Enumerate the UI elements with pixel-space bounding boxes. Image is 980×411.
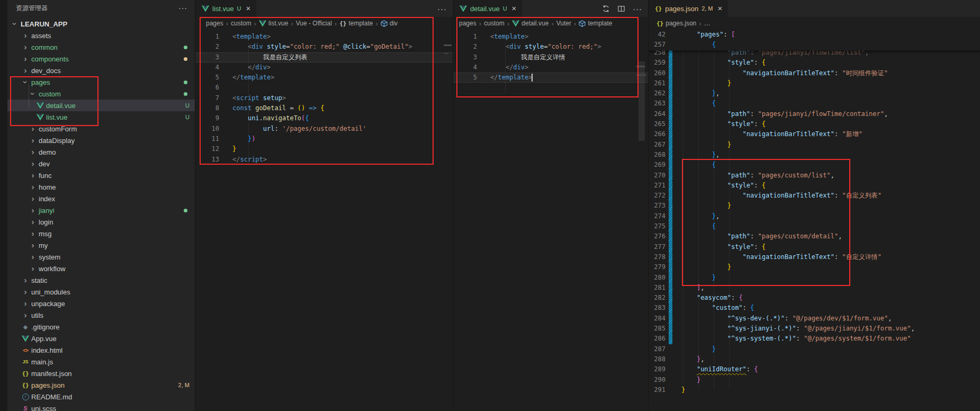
tree-item-list-vue[interactable]: list.vueU — [7, 111, 195, 123]
tree-indent-guide — [29, 84, 29, 108]
code-area[interactable]: 1<template>2 <div style="color: red;" @c… — [195, 32, 453, 165]
tree-item-login[interactable]: ›login — [7, 216, 195, 228]
scrollbar-thumb[interactable] — [639, 61, 645, 141]
close-icon[interactable]: × — [512, 5, 517, 12]
tree-item-func[interactable]: ›func — [7, 169, 195, 181]
tree-item-detail-vue[interactable]: detail.vueU — [7, 100, 195, 111]
code-text: "uniIdRouter": { — [681, 364, 758, 374]
tree-item-assets[interactable]: ›assets — [7, 30, 195, 41]
open-changes-icon[interactable] — [602, 5, 610, 13]
more-actions-icon[interactable]: ··· — [633, 4, 642, 13]
tree-item-uni-modules[interactable]: ›uni_modules — [7, 286, 195, 298]
git-modified-gutter — [669, 109, 672, 119]
tree-item-label: my — [39, 242, 48, 249]
tree-item-components[interactable]: ›components — [7, 53, 195, 65]
breadcrumb-item-[interactable]: … — [704, 20, 711, 27]
code-line-12[interactable]: 12} — [195, 144, 453, 154]
line-number: 272 — [649, 191, 666, 201]
split-editor-icon[interactable] — [617, 5, 625, 13]
code-area[interactable]: 1<template>2 <div style="color: red;">3 … — [453, 32, 649, 83]
code-line-3[interactable]: 3 我是自定义详情 — [453, 52, 649, 62]
tree-item-jianyi[interactable]: ›jianyi — [7, 204, 195, 216]
code-line-11[interactable]: 11 }) — [195, 134, 453, 144]
line-number: 291 — [649, 385, 666, 395]
tree-item-learun-app[interactable]: ›LEARUN_APP — [7, 18, 195, 30]
tree-item-app-vue[interactable]: App.vue — [7, 333, 195, 344]
tab-list-vue[interactable]: list.vueU× — [196, 0, 256, 17]
tree-item-gitignore[interactable]: ◆.gitignore — [7, 321, 195, 333]
code-line-5[interactable]: 5</template> — [453, 73, 649, 83]
line-number: 3 — [453, 52, 477, 62]
tab-git-badge: 2, M — [702, 5, 713, 12]
tab-detail-vue[interactable]: detail.vueU× — [454, 0, 522, 17]
code-line-42[interactable]: 42 "pages": [ — [649, 30, 980, 40]
close-icon[interactable]: × — [246, 5, 250, 12]
indent-guide — [248, 42, 249, 165]
breadcrumb-item-vue-official[interactable]: Vue - Official — [296, 20, 332, 27]
minimap-mark — [636, 74, 646, 76]
breadcrumb-item-vuter[interactable]: Vuter — [556, 20, 571, 27]
tree-item-datadisplay[interactable]: ›dataDisplay — [7, 135, 195, 146]
tree-item-system[interactable]: ›system — [7, 251, 195, 263]
close-icon[interactable]: × — [718, 5, 723, 12]
code-line-4[interactable]: 4 </div> — [195, 62, 453, 73]
more-actions-icon[interactable]: ··· — [437, 4, 447, 13]
code-line-1[interactable]: 1<template> — [195, 32, 453, 42]
tree-item-manifest-json[interactable]: {}manifest.json — [7, 368, 195, 379]
breadcrumb-item-template[interactable]: {}template — [339, 20, 373, 27]
breadcrumb-item-custom[interactable]: custom — [484, 20, 505, 27]
code-line-3[interactable]: 3 我是自定义列表 — [195, 52, 453, 62]
code-line-6[interactable]: 6 — [195, 83, 453, 93]
tree-item-dev-docs[interactable]: ›dev_docs — [7, 65, 195, 76]
tree-item-msg[interactable]: ›msg — [7, 228, 195, 239]
code-line-5[interactable]: 5</template> — [195, 73, 453, 83]
tree-item-index[interactable]: ›index — [7, 193, 195, 204]
tree-item-uni-scss[interactable]: Suni.scss — [7, 403, 195, 411]
javascript-icon: JS — [22, 359, 28, 364]
more-actions-icon[interactable]: ··· — [178, 4, 187, 12]
chevron-collapsed-icon: › — [21, 43, 30, 51]
tree-item-pages-json[interactable]: {}pages.json2, M — [7, 379, 195, 391]
tree-item-common[interactable]: ›common — [7, 41, 195, 53]
code-line-2[interactable]: 2 <div style="color: red;"> — [453, 42, 649, 52]
tab-label: pages.json — [665, 5, 698, 13]
line-number: 280 — [649, 273, 666, 283]
tree-item-dev[interactable]: ›dev — [7, 158, 195, 169]
breadcrumb-item-pages[interactable]: pages — [459, 20, 476, 27]
readme-info-icon: i — [22, 394, 29, 400]
tree-item-demo[interactable]: ›demo — [7, 146, 195, 158]
tree-item-customform[interactable]: ›customForm — [7, 123, 195, 135]
breadcrumb-item-list-vue[interactable]: list.vue — [259, 20, 288, 27]
line-number: 266 — [649, 129, 666, 139]
breadcrumb-item-custom[interactable]: custom — [231, 20, 251, 27]
breadcrumb-item-pages-json[interactable]: {}pages.json — [657, 20, 696, 27]
tree-item-pages[interactable]: ›pages — [7, 76, 195, 88]
tree-item-main-js[interactable]: JSmain.js — [7, 356, 195, 368]
tree-item-static[interactable]: ›static — [7, 274, 195, 286]
code-line-4[interactable]: 4 </div> — [453, 62, 649, 73]
code-line-1[interactable]: 1<template> — [453, 32, 649, 42]
code-line-7[interactable]: 7<script setup> — [195, 93, 453, 103]
breadcrumb-item-detail-vue[interactable]: detail.vue — [512, 20, 549, 27]
code-line-10[interactable]: 10 url: '/pages/custom/detail' — [195, 124, 453, 134]
tab-pages-json[interactable]: {}pages.json2, M× — [649, 0, 728, 17]
tree-item-home[interactable]: ›home — [7, 181, 195, 193]
breadcrumb-item-div[interactable]: div — [381, 20, 398, 27]
tree-item-readme-md[interactable]: iREADME.md — [7, 391, 195, 403]
tree-item-workflow[interactable]: ›workflow — [7, 263, 195, 274]
tree-item-my[interactable]: ›my — [7, 239, 195, 251]
code-line-257[interactable]: 257 { — [649, 40, 980, 50]
code-line-8[interactable]: 8const goDetail = () => { — [195, 103, 453, 113]
git-modified-gutter — [669, 242, 672, 252]
explorer-title: 资源管理器 — [16, 4, 48, 13]
breadcrumb-item-pages[interactable]: pages — [206, 20, 223, 27]
code-line-13[interactable]: 13</script> — [195, 155, 453, 165]
breadcrumb: pages›custom›detail.vue›Vuter›template — [453, 17, 649, 30]
breadcrumb-item-template[interactable]: template — [579, 20, 612, 27]
tree-item-utils[interactable]: ›utils — [7, 309, 195, 321]
tree-item-unpackage[interactable]: ›unpackage — [7, 298, 195, 309]
code-line-9[interactable]: 9 uni.navigateTo({ — [195, 113, 453, 123]
tree-item-index-html[interactable]: <>index.html — [7, 344, 195, 356]
tree-item-custom[interactable]: ›custom — [7, 88, 195, 100]
code-line-2[interactable]: 2 <div style="color: red;" @click="goDet… — [195, 42, 453, 52]
